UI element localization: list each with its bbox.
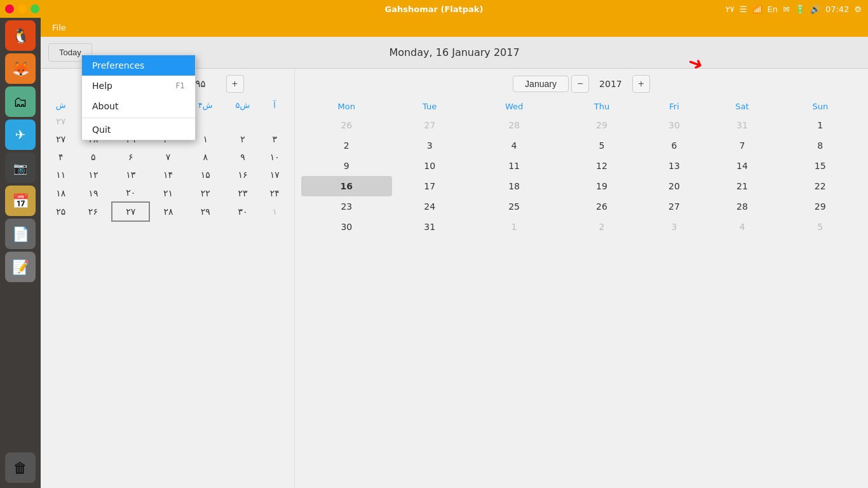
- telegram-icon[interactable]: ✈: [5, 119, 36, 150]
- persian-cell[interactable]: ۲۲: [187, 184, 224, 202]
- persian-cell[interactable]: ۵: [75, 148, 112, 166]
- persian-cell[interactable]: ۲۴: [261, 184, 288, 202]
- trash-icon[interactable]: 🗑: [5, 452, 36, 483]
- persian-cell[interactable]: ۲۷: [47, 130, 75, 148]
- greg-cell[interactable]: 8: [779, 135, 862, 156]
- greg-cell[interactable]: 18: [468, 176, 561, 196]
- persian-next-btn[interactable]: +: [226, 75, 244, 93]
- greg-cell[interactable]: 28: [468, 115, 561, 135]
- greg-cell[interactable]: 4: [706, 217, 779, 237]
- persian-cell[interactable]: ۱۷: [261, 166, 288, 184]
- greg-cell[interactable]: 17: [392, 176, 468, 196]
- menu-item-file[interactable]: File: [46, 20, 72, 35]
- greg-cell[interactable]: 13: [642, 156, 705, 176]
- dropdown-preferences[interactable]: Preferences: [82, 55, 195, 76]
- greg-cell[interactable]: 15: [779, 156, 862, 176]
- dropdown-quit[interactable]: Quit: [82, 119, 195, 140]
- greg-cell[interactable]: 29: [560, 115, 642, 135]
- persian-cell selected-persian[interactable]: ۲۷: [112, 202, 149, 221]
- persian-cell[interactable]: ۱۰: [261, 148, 288, 166]
- greg-cell[interactable]: 3: [642, 217, 705, 237]
- persian-cell[interactable]: ۱۲: [75, 166, 112, 184]
- greg-cell[interactable]: 23: [301, 196, 392, 217]
- greg-cell[interactable]: 29: [779, 196, 862, 217]
- greg-cell[interactable]: 2: [560, 217, 642, 237]
- greg-cell[interactable]: 7: [706, 135, 779, 156]
- doc-icon[interactable]: 📄: [5, 219, 36, 249]
- persian-cell[interactable]: ۲۵: [47, 202, 75, 221]
- gregorian-month-btn[interactable]: January: [513, 76, 569, 92]
- settings-icon[interactable]: ⚙: [854, 4, 862, 14]
- greg-cell[interactable]: 10: [392, 156, 468, 176]
- greg-cell[interactable]: 25: [468, 196, 561, 217]
- persian-cell[interactable]: ۹: [224, 148, 262, 166]
- greg-cell[interactable]: 30: [642, 115, 705, 135]
- persian-cell[interactable]: ۱۴: [149, 166, 187, 184]
- persian-cell[interactable]: ۱۳: [112, 166, 149, 184]
- greg-cell[interactable]: 9: [301, 156, 392, 176]
- dropdown-help[interactable]: Help F1: [82, 76, 195, 96]
- greg-cell[interactable]: 2: [301, 135, 392, 156]
- greg-cell[interactable]: 22: [779, 176, 862, 196]
- persian-cell[interactable]: ۲۸: [149, 202, 187, 221]
- persian-cell[interactable]: ۲۷: [47, 112, 75, 130]
- persian-cell[interactable]: ۴: [47, 148, 75, 166]
- greg-cell[interactable]: 31: [392, 217, 468, 237]
- persian-cell[interactable]: ۶: [112, 148, 149, 166]
- files-icon[interactable]: 🗂: [5, 86, 36, 117]
- greg-cell[interactable]: 14: [706, 156, 779, 176]
- lang-indicator[interactable]: En: [768, 4, 778, 14]
- greg-cell[interactable]: 27: [642, 196, 705, 217]
- greg-cell[interactable]: 4: [468, 135, 561, 156]
- dropdown-about[interactable]: About: [82, 96, 195, 116]
- gahshomar-icon[interactable]: 📅: [5, 186, 36, 216]
- persian-cell[interactable]: ۱: [261, 202, 288, 221]
- greg-cell[interactable]: 26: [560, 196, 642, 217]
- persian-cell[interactable]: ۲۰: [112, 184, 149, 202]
- persian-cell[interactable]: ۲۱: [149, 184, 187, 202]
- greg-cell[interactable]: 5: [779, 217, 862, 237]
- greg-cell[interactable]: 24: [392, 196, 468, 217]
- greg-cell[interactable]: 21: [706, 176, 779, 196]
- minimize-button[interactable]: [18, 4, 27, 13]
- persian-cell[interactable]: ۳: [261, 130, 288, 148]
- menu-icon[interactable]: ☰: [740, 4, 747, 14]
- persian-cell[interactable]: ۲۶: [75, 202, 112, 221]
- persian-cell[interactable]: ۱۵: [187, 166, 224, 184]
- greg-cell today-greg[interactable]: 16: [301, 176, 392, 196]
- persian-cell[interactable]: [224, 112, 262, 130]
- greg-cell[interactable]: 11: [468, 156, 561, 176]
- texteditor-icon[interactable]: 📝: [5, 252, 36, 282]
- persian-cell[interactable]: ۲۳: [224, 184, 262, 202]
- greg-cell[interactable]: 1: [468, 217, 561, 237]
- clock[interactable]: 07:42: [825, 4, 849, 14]
- gregorian-year-next-btn[interactable]: +: [632, 75, 650, 93]
- greg-cell[interactable]: 26: [301, 115, 392, 135]
- persian-cell[interactable]: [261, 112, 288, 130]
- screenshot-icon[interactable]: 📷: [5, 152, 36, 183]
- close-button[interactable]: [5, 4, 14, 13]
- maximize-button[interactable]: [31, 4, 39, 13]
- persian-cell[interactable]: ۱۶: [224, 166, 262, 184]
- greg-cell[interactable]: 28: [706, 196, 779, 217]
- ubuntu-icon[interactable]: 🐧: [5, 20, 36, 51]
- persian-cell[interactable]: ۱۱: [47, 166, 75, 184]
- persian-cell[interactable]: ۷: [149, 148, 187, 166]
- persian-cell[interactable]: ۱۸: [47, 184, 75, 202]
- gregorian-year-prev-btn[interactable]: −: [571, 75, 589, 93]
- greg-cell[interactable]: 5: [560, 135, 642, 156]
- persian-cell[interactable]: ۸: [187, 148, 224, 166]
- persian-cell[interactable]: ۳۰: [224, 202, 262, 221]
- greg-cell[interactable]: 30: [301, 217, 392, 237]
- greg-cell[interactable]: 1: [779, 115, 862, 135]
- firefox-icon[interactable]: 🦊: [5, 53, 36, 84]
- greg-cell[interactable]: 27: [392, 115, 468, 135]
- persian-cell[interactable]: ۲۹: [187, 202, 224, 221]
- greg-cell[interactable]: 19: [560, 176, 642, 196]
- greg-cell[interactable]: 31: [706, 115, 779, 135]
- greg-cell[interactable]: 3: [392, 135, 468, 156]
- greg-cell[interactable]: 20: [642, 176, 705, 196]
- greg-cell[interactable]: 12: [560, 156, 642, 176]
- greg-cell[interactable]: 6: [642, 135, 705, 156]
- persian-cell[interactable]: ۲: [224, 130, 262, 148]
